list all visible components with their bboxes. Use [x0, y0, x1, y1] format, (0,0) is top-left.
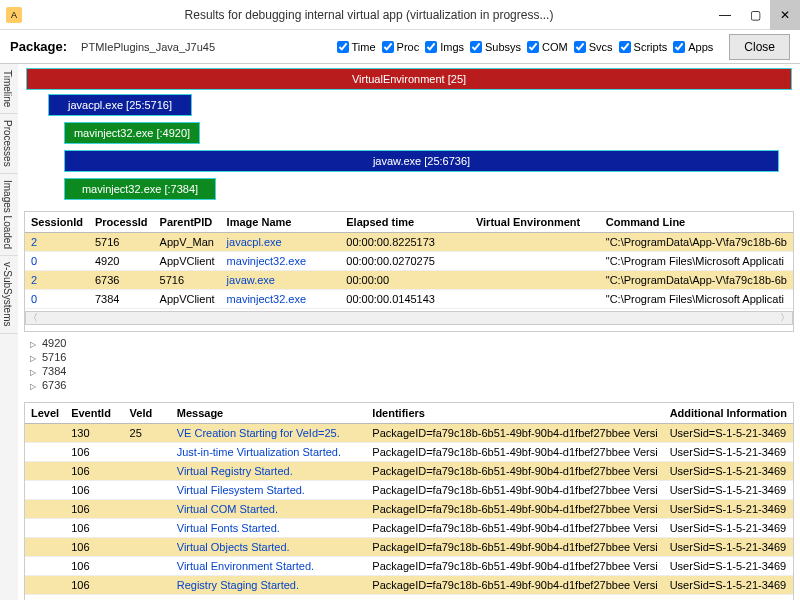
timeline-bar[interactable]: mavinject32.exe [:4920]	[64, 122, 200, 144]
filter-imgs[interactable]: Imgs	[425, 41, 464, 53]
filter-apps[interactable]: Apps	[673, 41, 713, 53]
tab-processes[interactable]: Processes	[0, 114, 18, 174]
titlebar: A Results for debugging internal virtual…	[0, 0, 800, 30]
timeline-panel: VirtualEnvironment [25] javacpl.exe [25:…	[26, 68, 792, 203]
package-value: PTMIePlugins_Java_J7u45	[81, 41, 215, 53]
subsystem-row[interactable]: 13025VE Creation Starting for VeId=25.Pa…	[25, 424, 793, 443]
col-imagename[interactable]: Image Name	[221, 212, 341, 233]
col-cmdline[interactable]: Command Line	[600, 212, 793, 233]
side-tabs: Timeline Processes Images Loaded v-SubSy…	[0, 64, 18, 600]
col-identifiers[interactable]: Identifiers	[366, 403, 663, 424]
close-window-button[interactable]: ✕	[770, 0, 800, 30]
minimize-button[interactable]: —	[710, 0, 740, 30]
tree-node[interactable]: 6736	[30, 378, 788, 392]
maximize-button[interactable]: ▢	[740, 0, 770, 30]
filter-svcs[interactable]: Svcs	[574, 41, 613, 53]
subsystem-row[interactable]: 106Virtual Filesystem Started.PackageID=…	[25, 481, 793, 500]
subsystem-row[interactable]: 106Virtual Services Started.PackageID=fa…	[25, 595, 793, 601]
tree-node[interactable]: 7384	[30, 364, 788, 378]
subsystem-row[interactable]: 106Virtual COM Started.PackageID=fa79c18…	[25, 500, 793, 519]
close-button[interactable]: Close	[729, 34, 790, 60]
filter-subsys[interactable]: Subsys	[470, 41, 521, 53]
filter-checkboxes: Time Proc Imgs Subsys COM Svcs Scripts A…	[337, 41, 714, 53]
col-addl-info[interactable]: Additional Information	[664, 403, 793, 424]
process-row[interactable]: 07384AppVClientmavinject32.exe00:00:00.0…	[25, 290, 793, 309]
processes-grid: SessionId ProcessId ParentPID Image Name…	[24, 211, 794, 332]
col-message[interactable]: Message	[171, 403, 367, 424]
timeline-bar[interactable]: javacpl.exe [25:5716]	[48, 94, 192, 116]
vsubsystems-grid: Level EventId VeId Message Identifiers A…	[24, 402, 794, 600]
col-veid[interactable]: VeId	[124, 403, 171, 424]
window-title: Results for debugging internal virtual a…	[28, 8, 710, 22]
tab-images-loaded[interactable]: Images Loaded	[0, 174, 18, 256]
package-label: Package:	[10, 39, 67, 54]
process-row[interactable]: 04920AppVClientmavinject32.exe00:00:00.0…	[25, 252, 793, 271]
horizontal-scrollbar[interactable]: 〈〉	[25, 311, 793, 325]
subsystem-row[interactable]: 106Just-in-time Virtualization Started.P…	[25, 443, 793, 462]
timeline-env-bar[interactable]: VirtualEnvironment [25]	[26, 68, 792, 90]
filter-time[interactable]: Time	[337, 41, 376, 53]
filter-scripts[interactable]: Scripts	[619, 41, 668, 53]
col-eventid[interactable]: EventId	[65, 403, 123, 424]
col-venv[interactable]: Virtual Environment	[470, 212, 600, 233]
col-elapsed[interactable]: Elapsed time	[340, 212, 470, 233]
process-row[interactable]: 25716AppV_Manjavacpl.exe00:00:00.8225173…	[25, 233, 793, 252]
subsystem-row[interactable]: 106Registry Staging Started.PackageID=fa…	[25, 576, 793, 595]
timeline-bar[interactable]: mavinject32.exe [:7384]	[64, 178, 216, 200]
subsystem-row[interactable]: 106Virtual Environment Started.PackageID…	[25, 557, 793, 576]
col-sessionid[interactable]: SessionId	[25, 212, 89, 233]
col-level[interactable]: Level	[25, 403, 65, 424]
window-buttons: — ▢ ✕	[710, 0, 800, 30]
tab-timeline[interactable]: Timeline	[0, 64, 18, 114]
filter-proc[interactable]: Proc	[382, 41, 420, 53]
col-processid[interactable]: ProcessId	[89, 212, 154, 233]
tree-node[interactable]: 5716	[30, 350, 788, 364]
subsystem-row[interactable]: 106Virtual Registry Started.PackageID=fa…	[25, 462, 793, 481]
subsystem-row[interactable]: 106Virtual Fonts Started.PackageID=fa79c…	[25, 519, 793, 538]
process-row[interactable]: 267365716javaw.exe00:00:00"C:\ProgramDat…	[25, 271, 793, 290]
content-area: VirtualEnvironment [25] javacpl.exe [25:…	[18, 64, 800, 600]
subsystem-row[interactable]: 106Virtual Objects Started.PackageID=fa7…	[25, 538, 793, 557]
tree-node[interactable]: 4920	[30, 336, 788, 350]
timeline-bar[interactable]: javaw.exe [25:6736]	[64, 150, 779, 172]
col-parentpid[interactable]: ParentPID	[154, 212, 221, 233]
filter-com[interactable]: COM	[527, 41, 568, 53]
images-loaded-tree: 4920571673846736	[30, 336, 788, 392]
toolbar: Package: PTMIePlugins_Java_J7u45 Time Pr…	[0, 30, 800, 64]
tab-vsubsystems[interactable]: v-SubSystems	[0, 256, 18, 333]
app-icon: A	[6, 7, 22, 23]
